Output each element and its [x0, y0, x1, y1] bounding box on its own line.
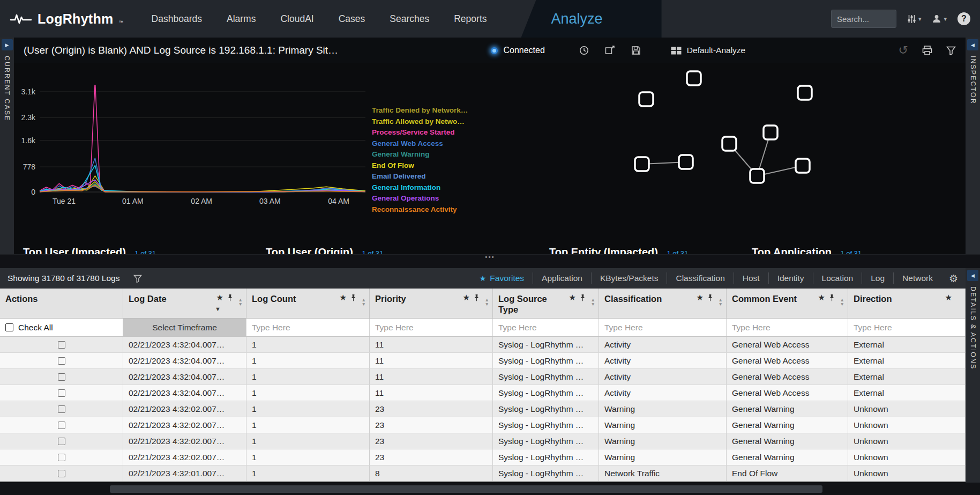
column-sort-arrows[interactable]: ▲▼ — [362, 298, 366, 306]
nav-item[interactable]: Reports — [454, 13, 487, 25]
print-button[interactable] — [922, 46, 932, 55]
widget-top-entity-impacted[interactable]: Top Entity (Impacted) 1 of 31 — [549, 246, 688, 254]
grid-filter-button[interactable] — [133, 275, 142, 283]
row-select-checkbox[interactable] — [58, 422, 65, 429]
row-select-checkbox[interactable] — [58, 470, 65, 477]
grid-view-tab[interactable]: Host — [734, 272, 768, 284]
column-sort-arrows[interactable]: ▲▼ — [485, 298, 489, 306]
pin-column-icon[interactable] — [474, 294, 480, 301]
expand-current-case-button[interactable]: ▶ — [2, 39, 13, 50]
sort-descending-icon[interactable]: ▼ — [215, 306, 221, 312]
grid-view-tab[interactable]: Application — [533, 272, 591, 284]
column-header-priority[interactable]: Priority ★ ▲▼ — [370, 289, 493, 318]
column-header-direction[interactable]: Direction ★ — [848, 289, 966, 318]
filter-input-classification[interactable] — [604, 323, 721, 333]
log-table-row[interactable]: 02/21/2023 4:32:04.007… 1 11 Syslog - Lo… — [0, 353, 966, 369]
column-header-log-source-type[interactable]: Log Source Type ★ ▲▼ — [493, 289, 599, 318]
favorite-column-star-icon[interactable]: ★ — [945, 294, 952, 301]
horizontal-scrollbar[interactable] — [0, 483, 980, 495]
events-over-time-chart[interactable]: 3.1k2.3k1.6k7780Tue 2101 AM02 AM03 AM04 … — [20, 85, 395, 211]
widget-pager[interactable]: 1 of 31 — [667, 249, 688, 254]
pin-column-icon[interactable] — [829, 294, 835, 301]
legend-item[interactable]: General Web Access — [372, 138, 468, 150]
help-icon[interactable]: ? — [957, 12, 970, 25]
log-table-row[interactable]: 02/21/2023 4:32:04.007… 1 11 Syslog - Lo… — [0, 337, 966, 353]
grid-view-tab[interactable]: Identity — [768, 272, 813, 284]
filter-input-direction[interactable] — [854, 323, 960, 333]
favorite-column-star-icon[interactable]: ★ — [818, 294, 825, 301]
column-sort-arrows[interactable]: ▲▼ — [591, 298, 595, 306]
save-layout-button[interactable] — [631, 46, 641, 55]
legend-item[interactable]: End Of Flow — [372, 160, 468, 172]
widget-pager[interactable]: 1 of 31 — [362, 249, 383, 254]
log-table-row[interactable]: 02/21/2023 4:32:02.007… 1 23 Syslog - Lo… — [0, 449, 966, 466]
row-select-checkbox[interactable] — [58, 341, 65, 349]
display-options-menu[interactable]: ▾ — [907, 14, 922, 24]
legend-item[interactable]: Traffic Denied by Network… — [372, 105, 468, 116]
favorite-column-star-icon[interactable]: ★ — [697, 294, 704, 301]
row-select-checkbox[interactable] — [58, 357, 65, 365]
column-sort-arrows[interactable]: ▲▼ — [719, 298, 723, 306]
favorite-column-star-icon[interactable]: ★ — [463, 294, 470, 301]
expand-details-actions-button[interactable]: ◀ — [967, 270, 978, 281]
row-select-checkbox[interactable] — [58, 373, 65, 381]
logrhythm-logo[interactable]: LogRhythm ™ — [10, 11, 124, 27]
favorite-column-star-icon[interactable]: ★ — [216, 294, 223, 301]
pin-column-icon[interactable] — [227, 294, 233, 301]
log-table-row[interactable]: 02/21/2023 4:32:04.007… 1 11 Syslog - Lo… — [0, 369, 966, 385]
undo-icon[interactable]: ↺ — [899, 45, 908, 56]
nav-item[interactable]: Searches — [390, 13, 429, 25]
column-header-common-event[interactable]: Common Event ★ ▲▼ — [727, 289, 848, 318]
time-range-button[interactable] — [579, 46, 589, 55]
legend-item[interactable]: Email Delivered — [372, 171, 468, 182]
favorite-column-star-icon[interactable]: ★ — [569, 294, 576, 301]
pin-column-icon[interactable] — [350, 294, 356, 301]
layout-selector[interactable]: Default-Analyze — [671, 46, 745, 55]
log-table-row[interactable]: 02/21/2023 4:32:04.007… 1 11 Syslog - Lo… — [0, 385, 966, 401]
tab-favorites[interactable]: ★ Favorites — [471, 272, 533, 284]
widget-pager[interactable]: 1 of 31 — [840, 249, 862, 254]
legend-item[interactable]: Traffic Allowed by Netwo… — [372, 116, 468, 128]
grid-settings-gear-icon[interactable]: ⚙ — [949, 272, 958, 285]
filter-input-common-event[interactable] — [732, 323, 842, 333]
legend-item[interactable]: Process/Service Started — [372, 127, 468, 138]
filter-button[interactable] — [946, 46, 956, 55]
row-select-checkbox[interactable] — [58, 454, 65, 461]
column-header-actions[interactable]: Actions — [0, 289, 123, 318]
legend-item[interactable]: General Information — [372, 182, 468, 194]
log-table-row[interactable]: 02/21/2023 4:32:02.007… 1 23 Syslog - Lo… — [0, 433, 966, 449]
grid-view-tab[interactable]: Location — [813, 272, 862, 284]
panel-splitter[interactable]: ••• — [0, 254, 980, 268]
row-select-checkbox[interactable] — [58, 405, 65, 413]
scrollbar-thumb[interactable] — [110, 485, 822, 493]
log-table-row[interactable]: 02/21/2023 4:32:01.007… 1 8 Syslog - Log… — [0, 466, 966, 482]
legend-item[interactable]: Reconnaissance Activity — [372, 204, 468, 216]
nav-item[interactable]: Dashboards — [152, 13, 202, 25]
grid-view-tab[interactable]: Classification — [667, 272, 733, 284]
widget-top-user-origin[interactable]: Top User (Origin) 1 of 31 — [266, 246, 383, 254]
row-select-checkbox[interactable] — [58, 438, 65, 445]
splitter-handle-icon[interactable]: ••• — [485, 255, 495, 268]
filter-input-log-count[interactable] — [252, 323, 364, 333]
pin-column-icon[interactable] — [580, 294, 586, 301]
widget-top-user-impacted[interactable]: Top User (Impacted) 1 of 31 — [23, 246, 156, 254]
column-header-log-date[interactable]: Log Date ★ ▼ ▲▼ — [123, 289, 246, 318]
column-sort-arrows[interactable]: ▲▼ — [238, 298, 243, 306]
network-node-graph[interactable] — [630, 63, 823, 192]
tab-analyze[interactable]: Analyze — [521, 0, 662, 38]
nav-item[interactable]: Alarms — [227, 13, 256, 25]
column-sort-arrows[interactable]: ▲▼ — [840, 298, 844, 306]
grid-view-tab[interactable]: Network — [893, 272, 941, 284]
nav-item[interactable]: Cases — [339, 13, 365, 25]
row-select-checkbox[interactable] — [58, 389, 65, 397]
nav-item[interactable]: CloudAI — [280, 13, 313, 25]
filter-input-log-source-type[interactable] — [498, 323, 593, 333]
widget-pager[interactable]: 1 of 31 — [134, 249, 156, 254]
log-table-row[interactable]: 02/21/2023 4:32:02.007… 1 23 Syslog - Lo… — [0, 401, 966, 417]
grid-view-tab[interactable]: KBytes/Packets — [591, 272, 667, 284]
select-timeframe-button[interactable]: Select Timeframe — [123, 319, 246, 336]
pin-view-button[interactable] — [605, 46, 615, 55]
favorite-column-star-icon[interactable]: ★ — [340, 294, 347, 301]
search-input[interactable] — [831, 10, 896, 28]
widget-top-application[interactable]: Top Application 1 of 31 — [752, 246, 862, 254]
